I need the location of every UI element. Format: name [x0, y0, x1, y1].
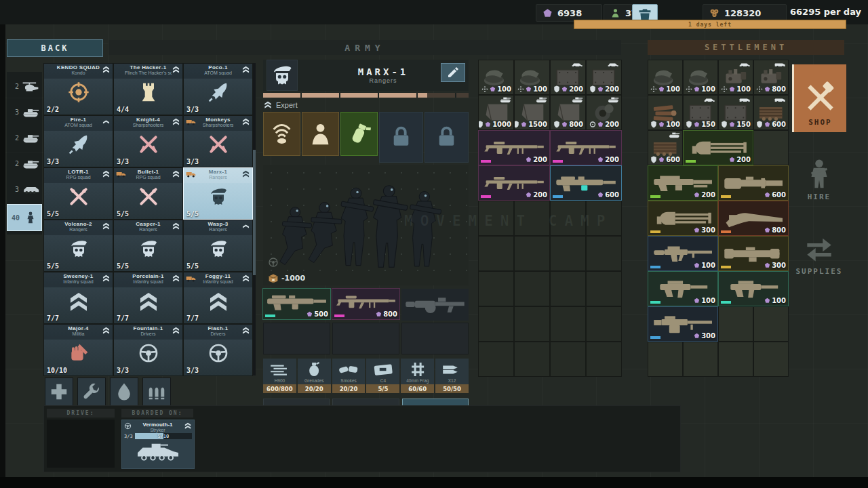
unit-group-tab[interactable]: 40 [7, 204, 42, 231]
squad-card[interactable]: Fountain-1 Drivers 3/3 [114, 325, 182, 375]
weapon-slot[interactable] [401, 289, 469, 321]
inventory-item[interactable]: 100 [479, 60, 513, 94]
squad-card[interactable]: Fire-1 ATOM squad 3/3 [44, 116, 113, 167]
shop-item[interactable]: 200 [683, 130, 753, 165]
inventory-item[interactable] [515, 237, 549, 270]
inventory-item[interactable]: 200 [478, 165, 550, 201]
shop-item[interactable]: 600 [718, 165, 789, 201]
inventory-item[interactable]: 200 [478, 130, 550, 165]
squad-card[interactable]: Monkeys Sharpshooters 3/3 [184, 116, 252, 167]
shop-item[interactable]: 800 [754, 60, 788, 94]
back-button[interactable]: BACK [7, 39, 103, 57]
tool-button[interactable] [142, 378, 171, 406]
unit-group-tab[interactable]: 3 [7, 178, 42, 201]
inventory-item[interactable]: 800 [551, 96, 585, 129]
inventory-item[interactable] [479, 272, 513, 306]
squad-list-scrollbar[interactable] [253, 63, 256, 375]
inventory-item[interactable]: 600 [550, 165, 622, 201]
weapon-slot[interactable]: 500 [262, 288, 331, 320]
shop-item[interactable]: 150 [719, 96, 753, 129]
perk-slot[interactable] [263, 112, 300, 156]
shop-item[interactable]: 300 [648, 306, 718, 342]
inventory-item[interactable] [479, 201, 513, 235]
unit-group-tab[interactable]: 2 [7, 127, 42, 149]
inventory-item[interactable] [515, 201, 549, 235]
inventory-item[interactable] [587, 272, 621, 306]
inventory-item[interactable] [515, 272, 549, 306]
empty-slot[interactable] [401, 323, 469, 354]
inventory-item[interactable]: 100 [515, 60, 549, 94]
shop-item[interactable]: 600 [754, 96, 788, 129]
inventory-item[interactable]: 1500 [515, 96, 549, 129]
shop-item[interactable]: 600 [648, 131, 682, 165]
squad-card[interactable]: Wasp-3 Rangers 5/5 [184, 220, 252, 271]
inventory-item[interactable] [479, 342, 513, 376]
equipment-slot[interactable]: C4 5/5 [366, 359, 399, 393]
inventory-item[interactable]: 200 [587, 60, 621, 94]
inventory-item[interactable] [479, 307, 513, 341]
sidebar-tab[interactable]: HIRE [792, 142, 846, 207]
inventory-item[interactable] [479, 237, 513, 270]
shop-item[interactable] [719, 307, 753, 341]
inventory-item[interactable]: 200 [551, 60, 585, 94]
shop-item[interactable] [719, 342, 753, 376]
drive-slot[interactable] [47, 420, 115, 468]
unit-group-tab[interactable]: 2 [7, 75, 42, 98]
unit-group-tab[interactable]: 2 [7, 152, 42, 175]
inventory-item[interactable] [587, 307, 621, 341]
unit-group-tab[interactable]: 3 [7, 101, 42, 123]
tool-button[interactable] [110, 378, 138, 406]
inventory-item[interactable] [551, 272, 585, 306]
equipment-slot[interactable]: H900 600/800 [263, 359, 296, 393]
shop-item[interactable]: 100 [719, 60, 753, 94]
empty-slot[interactable] [332, 323, 399, 354]
equipment-slot[interactable]: Grenades 20/20 [298, 359, 331, 393]
equipment-slot[interactable]: 40mm Frag 60/60 [401, 359, 434, 393]
shop-item[interactable] [754, 307, 788, 341]
inventory-item[interactable]: 200 [550, 130, 622, 165]
sidebar-tab[interactable]: SHOP [792, 64, 846, 132]
squad-card[interactable]: Major-4 Militia 10/10 [44, 325, 113, 375]
squad-card[interactable]: Bullet-1 RPG squad 5/5 [114, 168, 182, 219]
empty-slot[interactable] [263, 323, 330, 354]
equipment-slot[interactable]: X12 50/50 [435, 359, 469, 393]
shop-item[interactable] [754, 131, 788, 165]
weapon-slot[interactable]: 800 [332, 288, 400, 320]
shop-item[interactable] [684, 342, 717, 376]
squad-card[interactable]: Volcano-2 Rangers 5/5 [44, 220, 113, 271]
edit-name-button[interactable] [441, 63, 465, 82]
tool-button[interactable] [45, 378, 73, 406]
perk-slot[interactable] [340, 112, 378, 156]
inventory-item[interactable] [587, 201, 621, 235]
shop-item[interactable] [754, 342, 788, 376]
boarded-vehicle-card[interactable]: Vermouth-1 Stryker 3/3 5/10 [121, 420, 195, 469]
shop-item[interactable]: 100 [648, 236, 718, 271]
squad-card[interactable]: Porcelain-1 Infantry squad 7/7 [114, 272, 182, 323]
perk-slot[interactable] [302, 112, 339, 156]
inventory-item[interactable] [551, 342, 585, 376]
inventory-item[interactable] [551, 237, 585, 270]
inventory-item[interactable] [587, 342, 621, 376]
squad-card[interactable]: LOTR-1 RPG squad 5/5 [44, 168, 113, 219]
scrollbar-thumb[interactable] [253, 150, 256, 275]
shop-item[interactable]: 100 [648, 96, 682, 129]
inventory-item[interactable] [515, 307, 549, 341]
inventory-item[interactable]: 1000 [479, 96, 513, 129]
squad-card[interactable]: The Hacker-1 Flinch The Hacker's squad 4… [114, 64, 182, 115]
squad-card[interactable]: KENDO SQUAD Kondo 2/2 [44, 64, 113, 115]
squad-card[interactable]: Casper-1 Rangers 5/5 [114, 220, 182, 271]
squad-card[interactable]: Flash-1 Drivers 3/3 [184, 325, 252, 375]
perk-slot[interactable] [379, 112, 423, 163]
squad-card[interactable]: Sweeney-1 Infantry squad 7/7 [44, 272, 113, 323]
tool-button[interactable] [77, 378, 106, 406]
sidebar-tab[interactable]: SUPPLIES [792, 216, 846, 281]
squad-card[interactable]: Knight-4 Sharpshooters 3/3 [114, 116, 182, 167]
shop-item[interactable]: 300 [648, 201, 718, 236]
shop-item[interactable]: 100 [648, 271, 718, 306]
squad-card[interactable]: Foggy-11 Infantry squad 7/7 [184, 272, 252, 323]
shop-item[interactable]: 300 [718, 236, 789, 271]
shop-item[interactable]: 100 [684, 60, 717, 94]
squad-card[interactable]: Marx-1 Rangers 5/5 [183, 167, 253, 220]
shop-item[interactable]: 100 [648, 60, 682, 94]
perk-slot[interactable] [425, 112, 469, 163]
